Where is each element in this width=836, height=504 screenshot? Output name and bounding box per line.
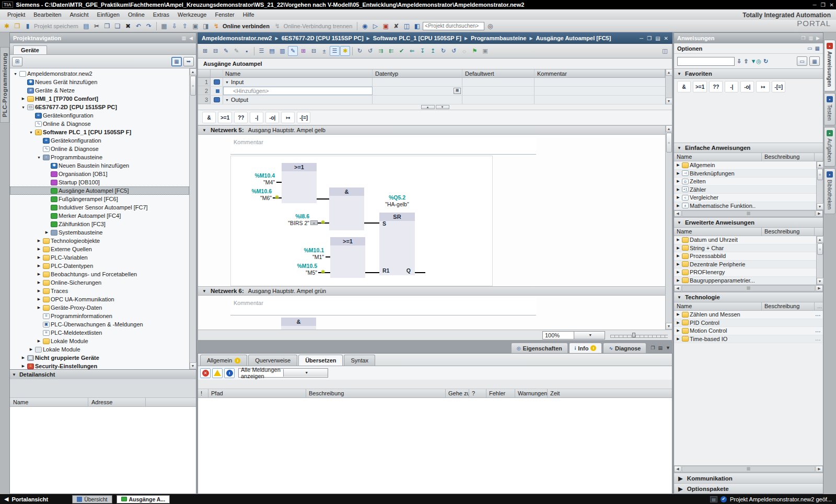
splitter-up-icon[interactable]: ▲	[421, 105, 435, 109]
split-horizontal-icon[interactable]: ◫	[402, 21, 411, 31]
favorites-star-icon[interactable]: ✱	[340, 46, 350, 56]
instruction-group-mathematische-funktion[interactable]: ▶±Mathematische Funktion..	[674, 202, 816, 210]
iface-col-kommentar[interactable]: Kommentar	[535, 69, 665, 77]
iface-col-datentyp[interactable]: Datentyp	[373, 69, 462, 77]
splitter-down-icon[interactable]: ▼	[436, 105, 449, 109]
search-down-icon[interactable]: ⇩	[737, 58, 741, 65]
cut-icon[interactable]: ✂	[92, 21, 101, 31]
section-einfache-anweisungen[interactable]: ▼ Einfache Anweisungen	[674, 143, 823, 153]
collapse-panel-icon[interactable]: ◀	[189, 36, 193, 41]
chevron-down-icon[interactable]: ▼	[666, 345, 670, 350]
filter-errors-icon[interactable]: ✕	[200, 368, 211, 378]
section-erweiterte-anweisungen[interactable]: ▼ Erweiterte Anweisungen	[674, 217, 823, 228]
tree-item-online-diagnose[interactable]: ∿Online & Diagnose	[10, 145, 189, 153]
instruction-group-zählen-und-messen[interactable]: ▶Zählen und Messen...	[674, 311, 823, 319]
expand-icon[interactable]: ▶	[676, 171, 681, 175]
menu-einfügen[interactable]: Einfügen	[93, 10, 124, 19]
expand-icon[interactable]: ▶	[28, 347, 34, 351]
msg-col-gehe-zu[interactable]: Gehe zu	[446, 389, 469, 397]
section-technologie[interactable]: ▼ Technologie	[674, 292, 823, 302]
favorite-instruction-icon[interactable]: -[=]	[772, 81, 785, 92]
instruction-group-string-char[interactable]: ▶String + Char	[674, 244, 816, 253]
expand-icon[interactable]: ▶	[676, 254, 681, 258]
menu-ansicht[interactable]: Ansicht	[65, 10, 92, 19]
msg-col-zeit[interactable]: Zeit	[548, 389, 672, 397]
search-project-icon[interactable]: ◎	[485, 21, 495, 31]
tree-item-lokale-module[interactable]: ▶Lokale Module	[10, 337, 189, 345]
section-kommunikation[interactable]: ▶ Kommunikation	[674, 473, 823, 483]
fbd-operand-m6[interactable]: %M10.6 "M6"	[227, 188, 272, 202]
favorite-instruction-icon[interactable]: ↦	[756, 81, 770, 92]
delete-row-icon[interactable]: ✎	[231, 46, 241, 56]
instruction-group-dezentrale-peripherie[interactable]: ▶Dezentrale Peripherie	[674, 261, 816, 269]
basic-hscrollbar[interactable]: ◀⫿⫿⫿▶	[674, 210, 823, 217]
fbd-sr-block[interactable]: SR S R1 Q	[379, 213, 415, 275]
tree-item-programmbausteine[interactable]: ▼▫Programmbausteine	[10, 153, 189, 161]
inspector-float-icon[interactable]: ❐	[651, 345, 655, 350]
online-connect-button[interactable]: Online verbinden	[223, 23, 270, 29]
network-6-header[interactable]: ▼ Netzwerk 6: Ausgang Hauptstr. Ampel gr…	[198, 286, 665, 296]
expand-icon[interactable]: ▶	[676, 270, 681, 274]
collapse-icon[interactable]: ▼	[36, 156, 42, 159]
favorite-instruction-icon[interactable]: >=1	[693, 81, 707, 92]
zoom-slider[interactable]	[610, 333, 668, 338]
tree-scrollbar[interactable]: ▲≡ ▼	[189, 68, 196, 369]
monitor-on-icon[interactable]: ↻	[438, 46, 448, 56]
side-tab-anweisungen[interactable]: ▪Anweisungen	[824, 40, 835, 91]
datatype-picker-icon[interactable]: ▦	[454, 88, 461, 94]
tree-item-plc-variablen[interactable]: ▶PLC-Variablen	[10, 253, 189, 262]
active-editor-button[interactable]: Ausgänge A...	[117, 495, 170, 503]
menu-extras[interactable]: Extras	[149, 10, 173, 19]
menu-projekt[interactable]: Projekt	[3, 10, 29, 19]
expand-icon[interactable]: ▶	[676, 204, 681, 208]
start-simulation-icon[interactable]: ▷	[370, 21, 380, 31]
jump-return-icon[interactable]: ↥	[428, 46, 438, 56]
tree-item-plc-überwachungen-meldungen[interactable]: ▣PLC-Überwachungen & -Meldungen	[10, 320, 189, 329]
expand-icon[interactable]: ▶	[676, 238, 681, 242]
tree-item-security-einstellungen[interactable]: ▶≡Security-Einstellungen	[10, 362, 189, 369]
basic-scrollbar[interactable]: ▲≡▼	[816, 161, 823, 210]
breadcrumb-ampeldemonstrator-new2[interactable]: Ampeldemonstrator.new2	[202, 35, 272, 41]
msg-col-fehler[interactable]: Fehler	[486, 389, 515, 397]
jump-label-icon[interactable]: ↧	[417, 46, 427, 56]
redo-icon[interactable]: ↷	[144, 21, 154, 31]
expand-panel-icon[interactable]: ▶	[816, 36, 820, 41]
accessible-devices-icon[interactable]: ◉	[360, 21, 369, 31]
favorite-instruction-icon[interactable]: ??	[234, 112, 248, 123]
tree-item-software-plc-1-cpu-1505sp-f[interactable]: ▼▪Software PLC_1 [CPU 1505SP F]	[10, 128, 189, 136]
fbd-operand-birs2[interactable]: %I8.6 "BIRS 2"	[264, 213, 309, 227]
detail-view-header[interactable]: ▼ Detailansicht	[10, 370, 196, 379]
expand-icon[interactable]: ▶	[676, 187, 681, 192]
editor-float-icon[interactable]: ❐	[647, 36, 652, 41]
detail-col-name[interactable]: Name	[10, 398, 88, 406]
expand-icon[interactable]: ▶	[676, 163, 681, 167]
instruction-group-datum-und-uhrzeit[interactable]: ▶Datum und Uhrzeit	[674, 236, 816, 244]
favorite-instruction-icon[interactable]: -o|	[265, 112, 279, 123]
delete-network-icon[interactable]: ⊟	[211, 46, 220, 56]
print-icon[interactable]: ▤	[82, 21, 91, 31]
instruction-group-motion-control[interactable]: ▶Motion Control...	[674, 327, 823, 335]
close-icon[interactable]: ✕	[830, 2, 834, 8]
breadcrumb-software-plc-1-cpu-1505sp-f[interactable]: Software PLC_1 [CPU 1505SP F]	[373, 35, 461, 41]
paste-icon[interactable]: ❏	[113, 21, 122, 31]
io-flags-icon[interactable]: ⚑	[470, 46, 480, 56]
favorite-instruction-icon[interactable]: -o|	[740, 81, 754, 92]
breadcrumb-6es7677-2d-cpu-1515sp-pc[interactable]: 6ES7677-2D [CPU 1515SP PC]	[282, 35, 364, 41]
tree-item-gerätekonfiguration[interactable]: ≡Gerätekonfiguration	[10, 111, 189, 120]
tree-item-programminformationen[interactable]: ≡Programminformationen	[10, 312, 189, 320]
version-icon[interactable]: ↻	[763, 58, 768, 65]
iface-scrollbar[interactable]: ▲▼	[665, 69, 672, 104]
fbd-operand-m5[interactable]: %M10.5 "M5"	[272, 263, 317, 276]
msg-col-[interactable]: !	[198, 389, 208, 397]
inspector-collapse-icon[interactable]: ▤	[658, 345, 663, 350]
open-element-icon[interactable]: ➥	[183, 57, 194, 66]
tree-item-geräte-netze[interactable]: #Geräte & Netze	[10, 86, 189, 95]
comments-toggle-icon[interactable]: ✎	[288, 46, 298, 56]
tree-item-fußgängerampel-fc6[interactable]: Fußgängerampel [FC6]	[10, 195, 189, 203]
collapse-icon[interactable]: ▼	[13, 72, 18, 76]
subtab-übersetzen[interactable]: Übersetzen	[298, 355, 343, 366]
tree-item-neues-gerät-hinzufügen[interactable]: ✱Neues Gerät hinzufügen	[10, 78, 189, 86]
list-mode-icon[interactable]: ▦	[809, 56, 820, 66]
instruction-group-time-based-io[interactable]: ▶Time-based IO...	[674, 335, 823, 344]
side-tab-testen[interactable]: ▪Testen	[824, 93, 835, 125]
